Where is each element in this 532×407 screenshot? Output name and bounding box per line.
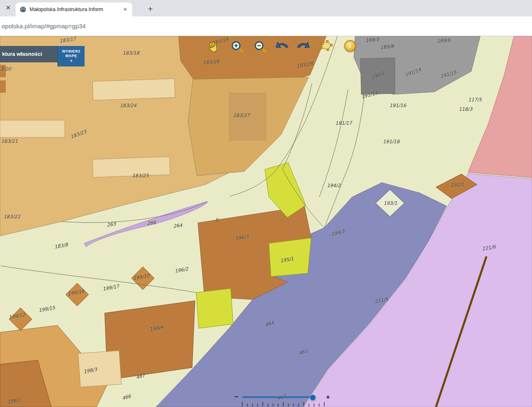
back-arrow-icon (275, 41, 289, 51)
select-area-icon (319, 39, 333, 52)
pan-hand-icon (208, 41, 218, 53)
chevron-down-icon: ▼ (70, 59, 73, 63)
info-button[interactable]: i (344, 40, 356, 52)
zoom-slider-minus[interactable]: − (234, 393, 238, 401)
url-text[interactable]: opolska.pl/imap/#gpmap=gp34 (0, 23, 86, 30)
tab-close-icon[interactable]: ✕ (122, 7, 128, 12)
choose-map-label-2: MAPĘ (65, 54, 77, 58)
browser-tab[interactable]: Małopolska Infrastruktura Inform ✕ (16, 2, 132, 16)
zoom-out-button[interactable] (253, 40, 267, 54)
layer-panel: ktura własności WYBIERZ MAPĘ ▼ (0, 46, 85, 66)
choose-map-label-1: WYBIERZ (62, 49, 80, 54)
zoom-slider-handle[interactable] (310, 394, 316, 401)
scale-bar (242, 402, 325, 407)
pan-hand-button[interactable] (206, 40, 220, 54)
forward-arrow-button[interactable] (296, 41, 310, 55)
map-parcels-graphic (0, 36, 532, 407)
back-arrow-button[interactable] (275, 41, 289, 55)
zoom-out-icon (253, 40, 267, 54)
forward-arrow-icon (296, 41, 310, 51)
tab-title: Małopolska Infrastruktura Inform (30, 7, 119, 12)
panel-title: ktura własności (0, 46, 57, 62)
address-bar[interactable]: opolska.pl/imap/#gpmap=gp34 (0, 16, 532, 36)
map-canvas[interactable]: 183/17183/19188/3189/6189/8183/18183/261… (0, 36, 532, 407)
globe-favicon-icon (20, 6, 26, 13)
zoom-in-button[interactable] (230, 40, 244, 54)
new-tab-button[interactable]: + (144, 3, 156, 15)
browser-tab-bar: ✕ Małopolska Infrastruktura Inform ✕ + (0, 0, 532, 16)
zoom-in-icon (230, 40, 244, 54)
zoom-slider-plus[interactable]: + (326, 393, 330, 401)
window-close-icon[interactable]: ✕ (4, 4, 12, 11)
select-area-button[interactable] (319, 39, 332, 53)
choose-map-button[interactable]: WYBIERZ MAPĘ ▼ (57, 46, 85, 66)
zoom-slider-track[interactable] (242, 396, 311, 398)
